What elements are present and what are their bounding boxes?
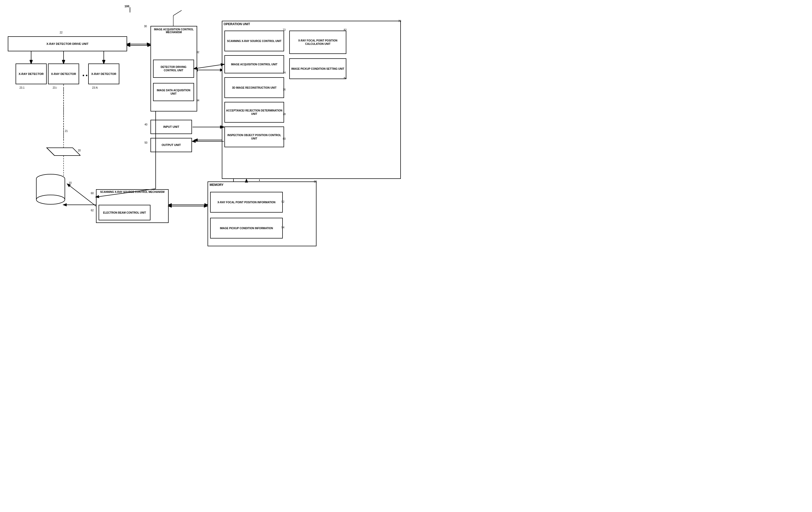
ref-50: 50 — [145, 141, 147, 144]
ref-21: 21 — [65, 130, 68, 132]
image-data-acq-box: IMAGE DATA ACQUISITION UNIT — [153, 83, 194, 101]
ref-23-N: 23.N — [92, 86, 97, 89]
ref-94: 94 — [282, 226, 284, 229]
ref-92: 92 — [282, 201, 284, 203]
inspection-obj-pos-box: INSPECTION OBJECT POSITION CONTROL UNIT — [224, 126, 284, 147]
svg-point-18 — [36, 195, 65, 204]
electron-beam-box: ELECTRON BEAM CONTROL UNIT — [98, 205, 150, 220]
ref-82: 82 — [344, 29, 347, 31]
ref-40: 40 — [145, 123, 147, 126]
detector3-box: X-RAY DETECTOR — [88, 63, 119, 84]
ref-72: 72 — [283, 29, 286, 31]
xray-focal-info-box: X-RAY FOCAL POINT POSITION INFORMATION — [210, 192, 283, 213]
ref-22: 22 — [60, 31, 62, 34]
ref-70: 70 — [398, 20, 401, 23]
ref-23-i: 23.i — [53, 86, 57, 89]
image-pickup-setting-box: IMAGE PICKUP CONDITION SETTING UNIT — [289, 58, 346, 79]
operation-unit-label: OPERATION UNIT — [224, 22, 250, 26]
image-acq-ctrl-box: IMAGE ACQUISITION CONTROL UNIT — [224, 55, 284, 73]
xray-detector-drive-box: X-RAY DETECTOR DRIVE UNIT — [8, 36, 127, 51]
detector1-box: X-RAY DETECTOR — [16, 63, 47, 84]
memory-label: MEMORY — [210, 183, 224, 187]
input-unit-box: INPUT UNIT — [150, 120, 192, 134]
diagram: 100 X-RAY DETECTOR DRIVE UNIT 22 X-RAY D… — [0, 0, 406, 256]
ref-74: 74 — [283, 71, 286, 74]
svg-line-24 — [194, 64, 224, 69]
scanning-xray-mech-label: SCANNING X-RAY SOURCE CONTROL MECHANISM — [97, 190, 167, 193]
ref-32: 32 — [196, 51, 199, 54]
3d-image-recon-box: 3D IMAGE RECONSTRUCTION UNIT — [224, 77, 284, 98]
ref-76: 76 — [283, 88, 286, 91]
ref-100: 100 — [124, 5, 129, 8]
scanning-xray-ctrl-box: SCANNING X-RAY SOURCE CONTROL UNIT — [224, 31, 284, 51]
svg-line-34 — [173, 10, 182, 16]
ref-60: 60 — [91, 192, 94, 195]
acceptance-rejection-box: ACCEPTANCE/ REJECTION DETERMINATION UNIT — [224, 102, 284, 123]
svg-marker-12 — [47, 148, 80, 155]
ref-78: 78 — [283, 113, 286, 116]
ref-30: 30 — [144, 25, 147, 28]
svg-line-27 — [67, 184, 96, 206]
image-pickup-info-box: IMAGE PICKUP CONDITION INFORMATION — [210, 218, 283, 239]
ref-90: 90 — [314, 180, 317, 183]
ref-62: 62 — [91, 209, 94, 212]
xray-source-cylinder — [34, 171, 67, 205]
detector2-box: X-RAY DETECTOR — [48, 63, 79, 84]
xray-focal-calc-box: X-RAY FOCAL POINT POSITION CALCULATION U… — [289, 31, 346, 54]
ref-20: 20 — [78, 149, 81, 152]
ref-80: 80 — [283, 138, 286, 140]
ref-84: 84 — [344, 77, 347, 80]
detector-driving-box: DETECTOR DRIVING CONTROL UNIT — [153, 60, 194, 78]
output-unit-box: OUTPUT UNIT — [150, 138, 192, 152]
inspection-object-plate — [39, 143, 80, 163]
ref-34: 34 — [196, 99, 199, 102]
ref-10: 10 — [69, 181, 71, 184]
ref-23-1: 23.1 — [20, 86, 24, 89]
image-acq-mech-label: IMAGE ACQUISITION CONTROL MECHANISM — [152, 28, 195, 34]
